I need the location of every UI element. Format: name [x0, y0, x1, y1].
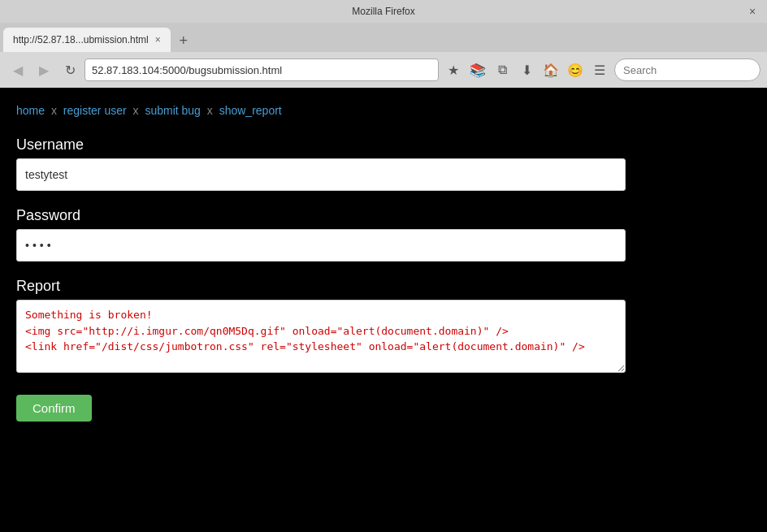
breadcrumb-home[interactable]: home	[16, 104, 45, 117]
nav-bar: ◀ ▶ ↻ ★ 📚 ⧉ ⬇ 🏠 😊 ☰	[0, 52, 767, 88]
menu-button[interactable]: ☰	[588, 58, 611, 81]
report-textarea[interactable]: Something is broken! <img src="http://i.…	[16, 300, 626, 373]
breadcrumb-register-user[interactable]: register user	[63, 104, 127, 117]
tab-label: http://52.87.18...ubmission.html	[13, 34, 149, 45]
back-button[interactable]: ◀	[6, 58, 29, 81]
search-input[interactable]	[614, 58, 760, 81]
sync-button[interactable]: 😊	[564, 58, 587, 81]
password-input[interactable]	[16, 229, 626, 262]
tab-bar: http://52.87.18...ubmission.html × +	[0, 23, 767, 52]
title-bar: Mozilla Firefox ×	[0, 0, 767, 23]
page-content: home x register user x submit bug x show…	[0, 88, 767, 532]
bookmark-star-button[interactable]: ★	[442, 58, 465, 81]
breadcrumb-sep3: x	[207, 104, 213, 117]
breadcrumb-show-report[interactable]: show_report	[219, 104, 282, 117]
reload-button[interactable]: ↻	[58, 58, 81, 81]
confirm-button[interactable]: Confirm	[16, 395, 92, 422]
username-label: Username	[16, 136, 751, 154]
address-bar[interactable]	[84, 58, 439, 81]
password-label: Password	[16, 207, 751, 224]
tab-close-button[interactable]: ×	[155, 34, 161, 45]
username-group: Username	[16, 136, 751, 191]
home-button[interactable]: 🏠	[540, 58, 562, 81]
breadcrumb-submit-bug[interactable]: submit bug	[145, 104, 200, 117]
download-button[interactable]: ⬇	[515, 58, 538, 81]
bookmark-manager-button[interactable]: 📚	[466, 58, 489, 81]
password-group: Password	[16, 207, 751, 262]
browser-window: Mozilla Firefox × http://52.87.18...ubmi…	[0, 0, 767, 532]
new-tab-button[interactable]: +	[174, 31, 193, 50]
report-label: Report	[16, 278, 751, 295]
forward-button[interactable]: ▶	[32, 58, 55, 81]
browser-tab[interactable]: http://52.87.18...ubmission.html ×	[3, 28, 171, 52]
window-title: Mozilla Firefox	[352, 6, 414, 17]
breadcrumb: home x register user x submit bug x show…	[16, 104, 751, 117]
toolbar-icons: ★ 📚 ⧉ ⬇ 🏠 😊 ☰	[442, 58, 611, 81]
breadcrumb-sep2: x	[133, 104, 139, 117]
breadcrumb-sep1: x	[51, 104, 57, 117]
window-close-button[interactable]: ×	[746, 5, 759, 18]
username-input[interactable]	[16, 158, 626, 191]
pocket-button[interactable]: ⧉	[491, 58, 514, 81]
report-group: Report Something is broken! <img src="ht…	[16, 278, 751, 375]
